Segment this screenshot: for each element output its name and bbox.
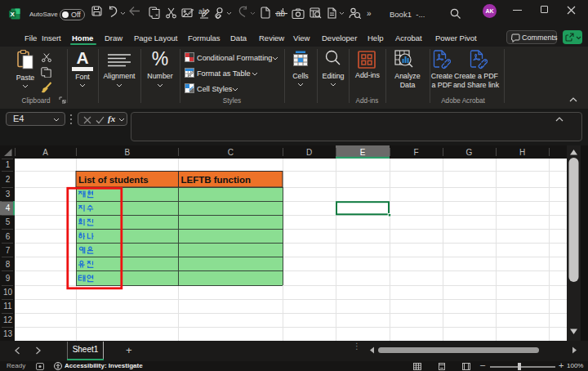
svg-text:3: 3 (6, 190, 11, 199)
svg-text:X: X (11, 11, 16, 18)
svg-text:2: 2 (6, 175, 11, 184)
svg-text:12: 12 (3, 315, 13, 324)
svg-text:4: 4 (6, 203, 11, 212)
svg-text:10: 10 (3, 288, 13, 297)
svg-text:G: G (466, 148, 473, 157)
svg-text:C: C (228, 148, 234, 157)
svg-text:13: 13 (3, 329, 13, 338)
svg-text:6: 6 (6, 232, 11, 241)
svg-text:5: 5 (6, 217, 11, 226)
svg-text:E: E (360, 148, 366, 157)
svg-text:7: 7 (6, 246, 11, 255)
svg-text:9: 9 (6, 274, 11, 283)
svg-text:List of students: List of students (78, 175, 149, 185)
svg-text:LEFTB function: LEFTB function (181, 175, 252, 185)
svg-text:D: D (306, 148, 312, 157)
svg-text:H: H (519, 148, 525, 157)
svg-text:8: 8 (6, 260, 11, 269)
svg-text:F: F (413, 148, 418, 157)
svg-text:B: B (124, 148, 130, 157)
svg-text:1: 1 (6, 160, 11, 169)
svg-text:11: 11 (3, 302, 12, 311)
svg-text:A: A (42, 148, 48, 157)
